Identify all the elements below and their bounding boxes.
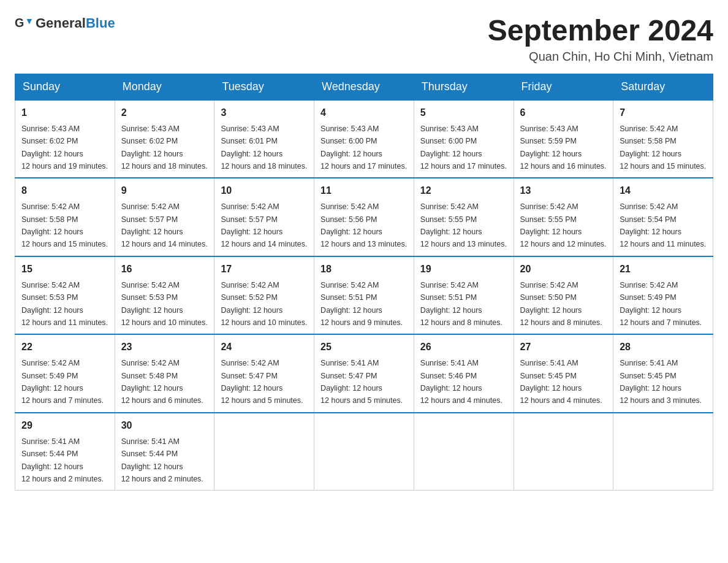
calendar-week-row: 8Sunrise: 5:42 AMSunset: 5:58 PMDaylight… — [15, 178, 713, 256]
calendar-day-cell — [314, 413, 414, 491]
calendar-day-cell: 30Sunrise: 5:41 AMSunset: 5:44 PMDayligh… — [115, 413, 214, 491]
calendar-week-row: 15Sunrise: 5:42 AMSunset: 5:53 PMDayligh… — [15, 256, 713, 335]
logo: G GeneralBlue — [15, 15, 115, 32]
day-number: 4 — [320, 105, 408, 120]
calendar-day-cell: 11Sunrise: 5:42 AMSunset: 5:56 PMDayligh… — [314, 178, 414, 256]
calendar-day-cell: 29Sunrise: 5:41 AMSunset: 5:44 PMDayligh… — [15, 413, 115, 491]
calendar-day-cell — [414, 413, 514, 491]
day-number: 15 — [21, 262, 108, 277]
calendar-day-cell: 20Sunrise: 5:42 AMSunset: 5:50 PMDayligh… — [514, 256, 613, 335]
day-info: Sunrise: 5:42 AMSunset: 5:55 PMDaylight:… — [420, 202, 507, 248]
calendar-day-cell: 25Sunrise: 5:41 AMSunset: 5:47 PMDayligh… — [314, 334, 414, 413]
day-info: Sunrise: 5:42 AMSunset: 5:56 PMDaylight:… — [320, 202, 407, 248]
day-info: Sunrise: 5:41 AMSunset: 5:46 PMDaylight:… — [420, 359, 502, 405]
calendar-day-cell: 15Sunrise: 5:42 AMSunset: 5:53 PMDayligh… — [15, 256, 115, 335]
calendar-header-row: SundayMondayTuesdayWednesdayThursdayFrid… — [15, 74, 713, 100]
location-text: Quan Chin, Ho Chi Minh, Vietnam — [488, 50, 713, 64]
calendar-week-row: 1Sunrise: 5:43 AMSunset: 6:02 PMDaylight… — [15, 100, 713, 178]
day-info: Sunrise: 5:42 AMSunset: 5:51 PMDaylight:… — [420, 281, 502, 327]
day-number: 30 — [121, 418, 208, 433]
day-info: Sunrise: 5:42 AMSunset: 5:50 PMDaylight:… — [520, 281, 602, 327]
day-number: 26 — [420, 340, 507, 354]
calendar-day-cell: 4Sunrise: 5:43 AMSunset: 6:00 PMDaylight… — [314, 100, 414, 178]
calendar-day-cell: 13Sunrise: 5:42 AMSunset: 5:55 PMDayligh… — [514, 178, 613, 256]
calendar-day-cell: 26Sunrise: 5:41 AMSunset: 5:46 PMDayligh… — [414, 334, 514, 413]
day-number: 3 — [221, 105, 308, 120]
day-number: 5 — [420, 105, 507, 120]
day-info: Sunrise: 5:43 AMSunset: 6:00 PMDaylight:… — [320, 124, 407, 170]
day-of-week-header: Sunday — [15, 74, 115, 100]
day-number: 23 — [121, 340, 208, 354]
calendar-day-cell: 14Sunrise: 5:42 AMSunset: 5:54 PMDayligh… — [613, 178, 713, 256]
page-header: G GeneralBlue September 2024 Quan Chin, … — [15, 15, 713, 64]
day-number: 14 — [620, 183, 707, 198]
day-number: 25 — [320, 340, 408, 354]
day-of-week-header: Tuesday — [214, 74, 314, 100]
calendar-day-cell: 22Sunrise: 5:42 AMSunset: 5:49 PMDayligh… — [15, 334, 115, 413]
calendar-day-cell: 28Sunrise: 5:41 AMSunset: 5:45 PMDayligh… — [613, 334, 713, 413]
svg-marker-1 — [27, 19, 32, 24]
day-info: Sunrise: 5:41 AMSunset: 5:47 PMDaylight:… — [320, 359, 403, 405]
day-info: Sunrise: 5:42 AMSunset: 5:57 PMDaylight:… — [121, 202, 208, 248]
calendar-day-cell: 23Sunrise: 5:42 AMSunset: 5:48 PMDayligh… — [115, 334, 214, 413]
calendar-day-cell: 3Sunrise: 5:43 AMSunset: 6:01 PMDaylight… — [214, 100, 314, 178]
day-info: Sunrise: 5:42 AMSunset: 5:49 PMDaylight:… — [620, 281, 702, 327]
day-info: Sunrise: 5:42 AMSunset: 5:53 PMDaylight:… — [121, 281, 208, 327]
logo-icon: G — [15, 15, 32, 32]
day-number: 24 — [221, 340, 308, 354]
day-info: Sunrise: 5:42 AMSunset: 5:54 PMDaylight:… — [620, 202, 706, 248]
day-info: Sunrise: 5:43 AMSunset: 6:01 PMDaylight:… — [221, 124, 307, 170]
day-of-week-header: Thursday — [414, 74, 514, 100]
day-number: 19 — [420, 262, 507, 277]
day-info: Sunrise: 5:42 AMSunset: 5:58 PMDaylight:… — [21, 202, 108, 248]
calendar-day-cell: 16Sunrise: 5:42 AMSunset: 5:53 PMDayligh… — [115, 256, 214, 335]
calendar-day-cell: 1Sunrise: 5:43 AMSunset: 6:02 PMDaylight… — [15, 100, 115, 178]
day-number: 22 — [21, 340, 108, 354]
day-info: Sunrise: 5:42 AMSunset: 5:53 PMDaylight:… — [21, 281, 108, 327]
day-number: 2 — [121, 105, 208, 120]
day-info: Sunrise: 5:42 AMSunset: 5:47 PMDaylight:… — [221, 359, 303, 405]
calendar-day-cell: 5Sunrise: 5:43 AMSunset: 6:00 PMDaylight… — [414, 100, 514, 178]
day-of-week-header: Friday — [514, 74, 613, 100]
day-number: 1 — [21, 105, 108, 120]
day-number: 6 — [520, 105, 607, 120]
calendar-day-cell: 9Sunrise: 5:42 AMSunset: 5:57 PMDaylight… — [115, 178, 214, 256]
title-block: September 2024 Quan Chin, Ho Chi Minh, V… — [488, 15, 713, 64]
day-info: Sunrise: 5:42 AMSunset: 5:48 PMDaylight:… — [121, 359, 203, 405]
day-of-week-header: Saturday — [613, 74, 713, 100]
day-number: 16 — [121, 262, 208, 277]
month-title: September 2024 — [488, 15, 713, 47]
day-info: Sunrise: 5:42 AMSunset: 5:57 PMDaylight:… — [221, 202, 307, 248]
calendar-day-cell: 12Sunrise: 5:42 AMSunset: 5:55 PMDayligh… — [414, 178, 514, 256]
day-number: 7 — [620, 105, 707, 120]
day-info: Sunrise: 5:43 AMSunset: 6:00 PMDaylight:… — [420, 124, 507, 170]
day-number: 27 — [520, 340, 607, 354]
day-info: Sunrise: 5:42 AMSunset: 5:58 PMDaylight:… — [620, 124, 706, 170]
day-info: Sunrise: 5:42 AMSunset: 5:55 PMDaylight:… — [520, 202, 607, 248]
day-info: Sunrise: 5:43 AMSunset: 5:59 PMDaylight:… — [520, 124, 607, 170]
calendar-day-cell: 7Sunrise: 5:42 AMSunset: 5:58 PMDaylight… — [613, 100, 713, 178]
calendar-day-cell: 10Sunrise: 5:42 AMSunset: 5:57 PMDayligh… — [214, 178, 314, 256]
logo-blue-text: Blue — [86, 15, 115, 31]
day-number: 21 — [620, 262, 707, 277]
day-number: 12 — [420, 183, 507, 198]
calendar-day-cell: 6Sunrise: 5:43 AMSunset: 5:59 PMDaylight… — [514, 100, 613, 178]
day-number: 9 — [121, 183, 208, 198]
day-number: 29 — [21, 418, 108, 433]
day-info: Sunrise: 5:41 AMSunset: 5:45 PMDaylight:… — [520, 359, 602, 405]
day-info: Sunrise: 5:43 AMSunset: 6:02 PMDaylight:… — [21, 124, 108, 170]
day-number: 10 — [221, 183, 308, 198]
day-info: Sunrise: 5:42 AMSunset: 5:49 PMDaylight:… — [21, 359, 104, 405]
day-number: 20 — [520, 262, 607, 277]
day-number: 11 — [320, 183, 408, 198]
day-of-week-header: Monday — [115, 74, 214, 100]
calendar-day-cell: 21Sunrise: 5:42 AMSunset: 5:49 PMDayligh… — [613, 256, 713, 335]
calendar-week-row: 29Sunrise: 5:41 AMSunset: 5:44 PMDayligh… — [15, 413, 713, 491]
day-number: 17 — [221, 262, 308, 277]
calendar-day-cell: 24Sunrise: 5:42 AMSunset: 5:47 PMDayligh… — [214, 334, 314, 413]
day-info: Sunrise: 5:42 AMSunset: 5:51 PMDaylight:… — [320, 281, 403, 327]
day-number: 13 — [520, 183, 607, 198]
calendar-day-cell: 2Sunrise: 5:43 AMSunset: 6:02 PMDaylight… — [115, 100, 214, 178]
calendar-table: SundayMondayTuesdayWednesdayThursdayFrid… — [15, 74, 713, 491]
calendar-day-cell — [514, 413, 613, 491]
